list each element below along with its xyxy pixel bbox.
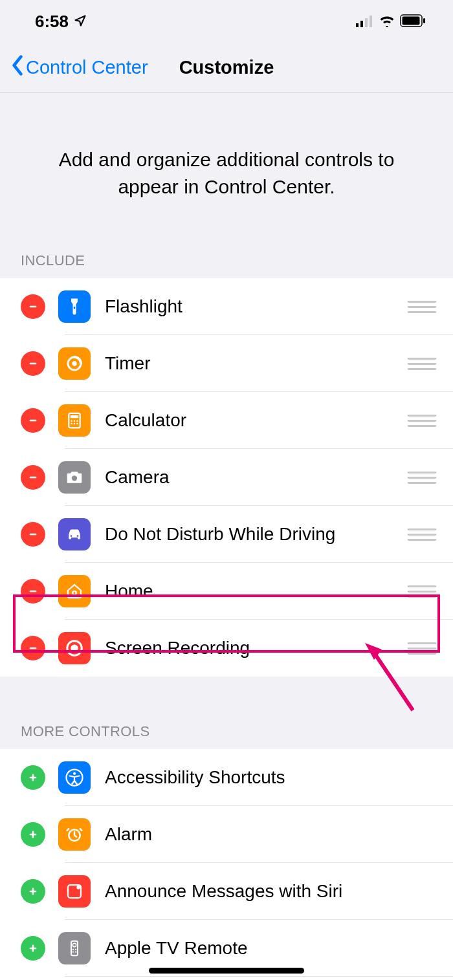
svg-point-24	[71, 535, 72, 537]
remove-button[interactable]	[21, 636, 45, 660]
svg-point-19	[74, 423, 76, 425]
row-label: Apple TV Remote	[105, 938, 453, 959]
list-item: Camera	[0, 449, 453, 506]
list-item: Accessibility Shortcuts	[0, 749, 453, 806]
svg-rect-6	[423, 18, 425, 23]
remove-button[interactable]	[21, 408, 45, 433]
location-icon	[74, 12, 87, 32]
include-list: FlashlightTimerCalculatorCameraDo Not Di…	[0, 278, 453, 677]
svg-point-15	[71, 420, 72, 422]
svg-rect-43	[32, 945, 34, 952]
svg-point-46	[72, 949, 74, 950]
svg-point-49	[75, 952, 76, 953]
announce-icon	[58, 875, 91, 908]
svg-point-20	[76, 423, 78, 425]
drag-handle[interactable]	[408, 527, 436, 542]
svg-rect-23	[30, 534, 37, 536]
remove-button[interactable]	[21, 465, 45, 490]
svg-point-30	[71, 644, 78, 651]
camera-icon	[58, 461, 91, 494]
drag-handle[interactable]	[408, 299, 436, 314]
list-item: Flashlight	[0, 278, 453, 335]
car-icon	[58, 518, 91, 550]
row-label: Alarm	[105, 824, 453, 845]
add-button[interactable]	[21, 879, 45, 904]
svg-point-45	[72, 943, 76, 947]
flashlight-icon	[58, 290, 91, 323]
row-label: Do Not Disturb While Driving	[105, 524, 408, 545]
alarm-icon	[58, 818, 91, 851]
timer-icon	[58, 347, 91, 380]
row-label: Home	[105, 581, 408, 602]
list-item: Home	[0, 563, 453, 620]
drag-handle[interactable]	[408, 583, 436, 599]
home-icon	[58, 575, 91, 607]
row-label: Screen Recording	[105, 638, 408, 659]
svg-rect-8	[74, 307, 76, 309]
svg-point-18	[71, 423, 72, 425]
svg-rect-36	[32, 831, 34, 838]
remove-button[interactable]	[21, 522, 45, 547]
svg-rect-28	[30, 648, 37, 649]
remote-icon	[58, 932, 91, 964]
svg-point-11	[73, 362, 76, 365]
svg-rect-21	[30, 477, 37, 479]
drag-handle[interactable]	[408, 413, 436, 428]
svg-rect-39	[32, 888, 34, 895]
remove-button[interactable]	[21, 294, 45, 319]
row-label: Camera	[105, 467, 408, 488]
list-item: Calculator	[0, 392, 453, 449]
list-item: Alarm	[0, 806, 453, 863]
svg-rect-7	[30, 306, 37, 308]
wifi-icon	[379, 12, 395, 32]
svg-rect-26	[30, 591, 37, 593]
nav-bar: Control Center Customize	[0, 43, 453, 93]
svg-point-16	[74, 420, 76, 422]
svg-point-34	[73, 772, 76, 775]
row-label: Announce Messages with Siri	[105, 881, 453, 902]
drag-handle[interactable]	[408, 356, 436, 371]
svg-rect-5	[403, 16, 420, 25]
description-text: Add and organize additional controls to …	[0, 93, 453, 246]
chevron-left-icon	[10, 55, 25, 80]
svg-rect-3	[370, 16, 372, 27]
svg-point-47	[75, 949, 76, 950]
remove-button[interactable]	[21, 579, 45, 604]
calculator-icon	[58, 404, 91, 437]
svg-rect-2	[365, 18, 368, 27]
list-item: Screen Recording	[0, 620, 453, 677]
svg-point-25	[77, 535, 79, 537]
status-left: 6:58	[35, 12, 87, 32]
drag-handle[interactable]	[408, 640, 436, 656]
home-indicator	[149, 968, 304, 974]
svg-rect-32	[32, 774, 34, 781]
svg-point-48	[72, 952, 74, 953]
battery-icon	[400, 12, 426, 32]
page-title: Customize	[179, 57, 274, 78]
accessibility-icon	[58, 761, 91, 794]
row-label: Timer	[105, 353, 408, 374]
list-item: Dark Mode	[0, 977, 453, 980]
row-label: Calculator	[105, 410, 408, 431]
svg-rect-1	[360, 21, 363, 27]
add-button[interactable]	[21, 765, 45, 790]
svg-rect-12	[30, 420, 37, 422]
back-button[interactable]: Control Center	[10, 55, 148, 80]
drag-handle[interactable]	[408, 470, 436, 485]
svg-point-22	[72, 475, 77, 481]
add-button[interactable]	[21, 936, 45, 961]
section-header-include: INCLUDE	[0, 246, 453, 278]
svg-point-41	[76, 886, 80, 889]
list-item: Timer	[0, 335, 453, 392]
list-item: Announce Messages with Siri	[0, 863, 453, 920]
back-label: Control Center	[26, 57, 148, 78]
svg-point-17	[76, 420, 78, 422]
remove-button[interactable]	[21, 351, 45, 376]
list-item: Do Not Disturb While Driving	[0, 506, 453, 563]
row-label: Flashlight	[105, 296, 408, 317]
status-bar: 6:58	[0, 0, 453, 43]
svg-rect-14	[71, 415, 79, 418]
add-button[interactable]	[21, 822, 45, 847]
cellular-icon	[356, 12, 374, 32]
section-header-more: MORE CONTROLS	[0, 717, 453, 749]
